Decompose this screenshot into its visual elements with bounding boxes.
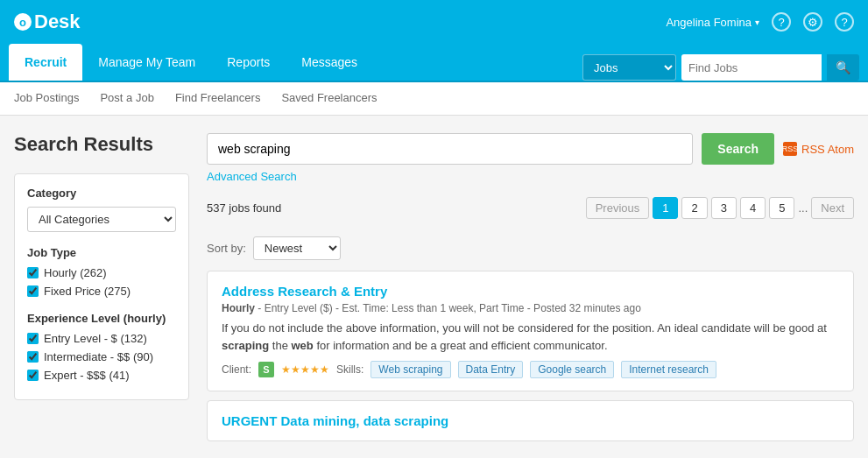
pagination-page-3[interactable]: 3 xyxy=(711,197,737,219)
pagination-next[interactable]: Next xyxy=(811,197,854,219)
job-type-label: Job Type xyxy=(27,246,176,259)
filter-job-type-group: Job Type Hourly (262) Fixed Price (275) xyxy=(27,246,176,298)
nav-tab-recruit[interactable]: Recruit xyxy=(9,44,82,81)
skills-label-1: Skills: xyxy=(336,363,363,376)
job-meta-1: Hourly - Entry Level ($) - Est. Time: Le… xyxy=(222,302,839,314)
jobs-count: 537 jobs found xyxy=(207,201,281,215)
category-select[interactable]: All Categories xyxy=(27,207,176,232)
sort-label: Sort by: xyxy=(207,242,246,255)
filter-entry: Entry Level - $ (132) xyxy=(27,332,176,345)
checkbox-fixed[interactable] xyxy=(27,285,39,297)
nav-tab-manage[interactable]: Manage My Team xyxy=(82,44,211,81)
client-label-1: Client: xyxy=(222,363,251,376)
checkbox-intermediate[interactable] xyxy=(27,351,39,363)
pagination-page-5[interactable]: 5 xyxy=(769,197,794,219)
results-header: 537 jobs found Previous 1 2 3 4 5 ... Ne… xyxy=(207,197,854,226)
filter-category-group: Category All Categories xyxy=(27,187,176,232)
experience-label: Experience Level (hourly) xyxy=(27,312,176,325)
job-listing-1: Address Research & Entry Hourly - Entry … xyxy=(207,271,854,391)
job-footer-1: Client: S ★★★★★ Skills: Web scraping Dat… xyxy=(222,361,839,378)
pagination-ellipsis: ... xyxy=(798,201,808,215)
nav-bar: Recruit Manage My Team Reports Messages … xyxy=(0,44,868,82)
logo-text: Desk xyxy=(34,11,81,33)
subnav-saved-freelancers[interactable]: Saved Freelancers xyxy=(281,84,377,113)
top-bar-right: Angelina Fomina ▾ ? ⚙ ? xyxy=(666,12,854,32)
job-title-1[interactable]: Address Research & Entry xyxy=(222,284,839,299)
help-alt-icon[interactable]: ? xyxy=(835,12,854,32)
pagination-prev[interactable]: Previous xyxy=(586,197,650,219)
filter-section: Category All Categories Job Type Hourly … xyxy=(14,173,189,400)
rss-icon: RSS xyxy=(783,142,797,156)
top-bar: o Desk Angelina Fomina ▾ ? ⚙ ? xyxy=(0,0,868,44)
job-title-2[interactable]: URGENT Data mining, data scraping xyxy=(222,413,839,428)
username: Angelina Fomina ▾ xyxy=(666,16,759,29)
nav-tab-messages[interactable]: Messages xyxy=(286,44,373,81)
page-title: Search Results xyxy=(14,133,189,156)
nav-search-button[interactable]: 🔍 xyxy=(827,54,859,81)
job-desc-1: If you do not include the above informat… xyxy=(222,320,839,354)
main-search-input[interactable] xyxy=(207,133,693,165)
nav-search-category[interactable]: Jobs Freelancers xyxy=(582,54,676,81)
sub-nav: Job Postings Post a Job Find Freelancers… xyxy=(0,82,868,116)
filter-hourly: Hourly (262) xyxy=(27,266,176,279)
checkbox-expert[interactable] xyxy=(27,370,39,381)
search-row: Search RSS RSS Atom xyxy=(207,133,854,165)
nav-tabs: Recruit Manage My Team Reports Messages xyxy=(9,44,373,81)
skill-internet-research[interactable]: Internet research xyxy=(621,361,716,378)
skill-data-entry[interactable]: Data Entry xyxy=(458,361,524,378)
filter-experience-group: Experience Level (hourly) Entry Level - … xyxy=(27,312,176,382)
filter-fixed: Fixed Price (275) xyxy=(27,285,176,298)
pagination-page-1[interactable]: 1 xyxy=(653,197,678,219)
main-search-button[interactable]: Search xyxy=(702,133,774,165)
client-badge-1: S xyxy=(258,362,274,377)
client-stars-1: ★★★★★ xyxy=(281,363,329,376)
rss-link[interactable]: RSS RSS Atom xyxy=(783,142,854,156)
subnav-find-freelancers[interactable]: Find Freelancers xyxy=(175,84,261,113)
sort-select[interactable]: Newest Relevance xyxy=(253,236,341,260)
page-content: Search Results Category All Categories J… xyxy=(0,116,868,458)
skill-web-scraping[interactable]: Web scraping xyxy=(370,361,450,378)
pagination-page-2[interactable]: 2 xyxy=(681,197,707,219)
category-label: Category xyxy=(27,187,176,200)
help-circle-icon[interactable]: ? xyxy=(772,12,791,32)
logo: o Desk xyxy=(14,11,81,33)
advanced-search-link[interactable]: Advanced Search xyxy=(207,170,297,183)
subnav-post-a-job[interactable]: Post a Job xyxy=(100,84,153,113)
pagination-page-4[interactable]: 4 xyxy=(740,197,766,219)
logo-o: o xyxy=(14,13,32,31)
main-content: Search RSS RSS Atom Advanced Search 537 … xyxy=(207,133,854,441)
filter-intermediate: Intermediate - $$ (90) xyxy=(27,350,176,363)
skill-google-search[interactable]: Google search xyxy=(530,361,614,378)
pagination: Previous 1 2 3 4 5 ... Next xyxy=(586,197,854,219)
nav-tab-reports[interactable]: Reports xyxy=(211,44,286,81)
filter-expert: Expert - $$$ (41) xyxy=(27,369,176,382)
nav-search-input[interactable] xyxy=(681,54,822,81)
user-caret[interactable]: ▾ xyxy=(755,18,759,27)
settings-gear-icon[interactable]: ⚙ xyxy=(803,12,822,32)
subnav-job-postings[interactable]: Job Postings xyxy=(14,84,79,113)
checkbox-entry[interactable] xyxy=(27,333,39,344)
checkbox-hourly[interactable] xyxy=(27,267,39,278)
sort-row: Sort by: Newest Relevance xyxy=(207,236,854,260)
nav-search: Jobs Freelancers 🔍 xyxy=(582,54,868,81)
sidebar: Search Results Category All Categories J… xyxy=(14,133,189,441)
job-listing-2: URGENT Data mining, data scraping xyxy=(207,400,854,441)
